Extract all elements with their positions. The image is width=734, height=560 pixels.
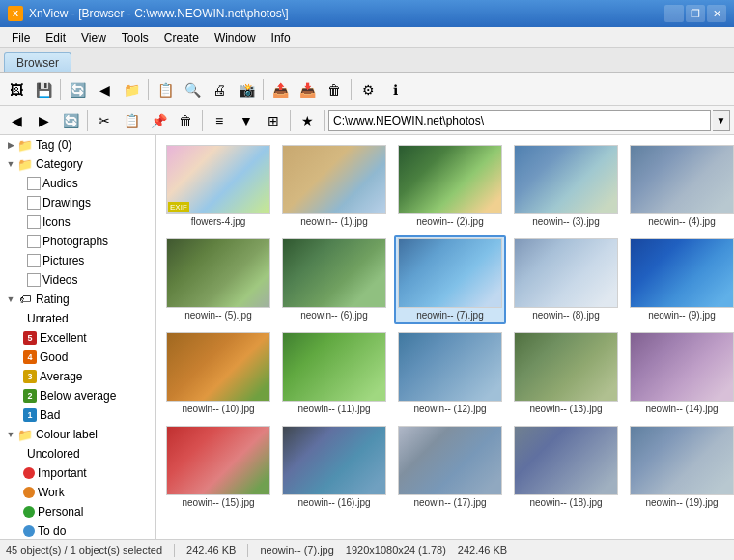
sidebar-item-category[interactable]: ▼ 📁 Category <box>0 154 155 174</box>
tb-export[interactable]: 📤 <box>268 77 293 102</box>
nav-sort[interactable]: ≡ <box>207 108 232 133</box>
thumbnail-item[interactable]: neowin-- (15).jpg <box>162 422 274 512</box>
address-dropdown[interactable]: ▼ <box>713 110 730 131</box>
thumbnail-item[interactable]: neowin-- (10).jpg <box>162 328 274 418</box>
check-drawings[interactable] <box>27 196 41 210</box>
restore-button[interactable]: ❐ <box>686 5 705 22</box>
folder-icon: 📁 <box>17 156 33 172</box>
tb-print[interactable]: 🖨 <box>207 77 232 102</box>
nav-sep-3 <box>290 110 291 131</box>
sidebar-item-important[interactable]: Important <box>0 463 155 483</box>
close-button[interactable]: ✕ <box>707 5 726 22</box>
thumbnail-item[interactable]: neowin-- (8).jpg <box>510 235 622 324</box>
tb-import[interactable]: 📥 <box>295 77 320 102</box>
sidebar-item-pictures[interactable]: Pictures <box>0 251 155 270</box>
thumbnail-item[interactable]: neowin-- (19).jpg <box>626 422 734 512</box>
thumbnail-item[interactable]: neowin-- (1).jpg <box>278 141 390 231</box>
sidebar-item-good[interactable]: 4 Good <box>0 348 155 367</box>
nav-back[interactable]: ◀ <box>4 108 29 133</box>
sidebar-item-average[interactable]: 3 Average <box>0 367 155 386</box>
tb-settings[interactable]: ⚙ <box>355 77 381 102</box>
sidebar-item-tag[interactable]: ▶ 📁 Tag (0) <box>0 135 155 154</box>
sidebar-item-bad[interactable]: 1 Bad <box>0 406 155 425</box>
tb-copy[interactable]: 📋 <box>153 77 178 102</box>
nav-paste[interactable]: 📌 <box>146 108 171 133</box>
nav-star[interactable]: ★ <box>295 108 320 133</box>
sidebar-item-unrated[interactable]: Unrated <box>0 309 155 328</box>
sidebar-item-excellent[interactable]: 5 Excellent <box>0 328 155 348</box>
thumbnail-item[interactable]: neowin-- (6).jpg <box>278 235 390 324</box>
menu-info[interactable]: Info <box>264 29 298 46</box>
menu-edit[interactable]: Edit <box>38 29 73 46</box>
rating-2-icon: 2 <box>23 389 37 403</box>
minimize-button[interactable]: − <box>664 5 684 22</box>
nav-delete[interactable]: 🗑 <box>173 108 198 133</box>
check-icons[interactable] <box>27 215 41 229</box>
menu-tools[interactable]: Tools <box>114 29 156 46</box>
sidebar-item-work[interactable]: Work <box>0 483 155 502</box>
thumbnail-item[interactable]: neowin-- (9).jpg <box>626 235 734 324</box>
thumbnail-item[interactable]: EXIFflowers-4.jpg <box>162 141 274 231</box>
address-bar[interactable] <box>328 110 711 131</box>
sidebar-item-icons[interactable]: Icons <box>0 212 155 232</box>
thumbnail-item[interactable]: neowin-- (4).jpg <box>626 141 734 231</box>
check-videos[interactable] <box>27 273 41 287</box>
thumbnail-item[interactable]: neowin-- (11).jpg <box>278 328 390 418</box>
bad-label: Bad <box>40 408 60 422</box>
thumbnail-item[interactable]: neowin-- (17).jpg <box>394 422 506 512</box>
menu-window[interactable]: Window <box>207 29 264 46</box>
toolbar-sep-3 <box>263 79 264 100</box>
tb-open-folder[interactable]: 🖼 <box>4 77 29 102</box>
sidebar-item-colour-label[interactable]: ▼ 📁 Colour label <box>0 425 155 444</box>
thumbnail-item[interactable]: neowin-- (14).jpg <box>626 328 734 418</box>
thumbnail-item[interactable]: neowin-- (3).jpg <box>510 141 622 231</box>
nav-reload[interactable]: 🔄 <box>58 108 83 133</box>
tab-browser[interactable]: Browser <box>4 52 71 72</box>
sidebar-item-audios[interactable]: Audios <box>0 174 155 193</box>
title-bar-left: X XnView - [Browser - C:\www.NEOWIN.net\… <box>8 6 289 21</box>
tb-info[interactable]: ℹ <box>382 77 408 102</box>
menu-file[interactable]: File <box>4 29 38 46</box>
check-pictures[interactable] <box>27 254 41 267</box>
tb-folder[interactable]: 📁 <box>119 77 144 102</box>
tb-search[interactable]: 🔍 <box>180 77 205 102</box>
tb-back[interactable]: ◀ <box>92 77 117 102</box>
tb-capture[interactable]: 📸 <box>234 77 259 102</box>
nav-cut[interactable]: ✂ <box>92 108 117 133</box>
rating-label: Rating <box>36 293 70 306</box>
nav-copy[interactable]: 📋 <box>119 108 144 133</box>
check-audios[interactable] <box>27 177 41 190</box>
tb-refresh[interactable]: 🔄 <box>65 77 90 102</box>
thumbnail-item[interactable]: neowin-- (16).jpg <box>278 422 390 512</box>
sidebar-item-todo[interactable]: To do <box>0 521 155 539</box>
sidebar-item-personal[interactable]: Personal <box>0 502 155 521</box>
sidebar-item-drawings[interactable]: Drawings <box>0 193 155 212</box>
circle-orange-icon <box>23 487 35 498</box>
tb-save[interactable]: 💾 <box>31 77 56 102</box>
thumbnail-item[interactable]: neowin-- (7).jpg <box>394 235 506 324</box>
sidebar-item-videos[interactable]: Videos <box>0 270 155 290</box>
sidebar-item-uncolored[interactable]: Uncolored <box>0 444 155 463</box>
menu-create[interactable]: Create <box>156 29 207 46</box>
nav-filter[interactable]: ▼ <box>234 108 259 133</box>
thumbnail-item[interactable]: neowin-- (13).jpg <box>510 328 622 418</box>
nav-view[interactable]: ⊞ <box>261 108 286 133</box>
title-bar: X XnView - [Browser - C:\www.NEOWIN.net\… <box>0 0 734 27</box>
sidebar-item-rating[interactable]: ▼ 🏷 Rating <box>0 290 155 309</box>
rating-5-icon: 5 <box>23 331 37 345</box>
sidebar-item-photographs[interactable]: Photographs <box>0 232 155 251</box>
thumbnail-image <box>514 332 618 402</box>
thumbnail-item[interactable]: neowin-- (5).jpg <box>162 235 274 324</box>
nav-forward[interactable]: ▶ <box>31 108 56 133</box>
thumbnail-item[interactable]: neowin-- (2).jpg <box>394 141 506 231</box>
sidebar-item-below-average[interactable]: 2 Below average <box>0 386 155 406</box>
thumbnail-item[interactable]: neowin-- (12).jpg <box>394 328 506 418</box>
thumbnail-image <box>514 238 618 308</box>
below-average-label: Below average <box>40 389 116 403</box>
menu-view[interactable]: View <box>73 29 114 46</box>
thumbnail-name: neowin-- (14).jpg <box>630 404 734 414</box>
tb-delete[interactable]: 🗑 <box>322 77 347 102</box>
check-photographs[interactable] <box>27 235 41 248</box>
thumbnail-item[interactable]: neowin-- (18).jpg <box>510 422 622 512</box>
thumbnail-name: neowin-- (13).jpg <box>514 404 618 414</box>
